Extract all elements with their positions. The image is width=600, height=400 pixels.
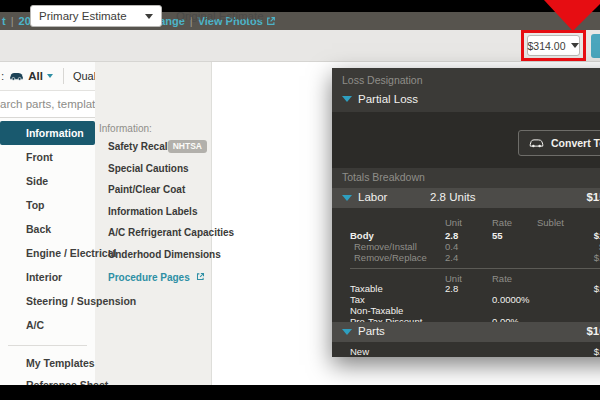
info-item-label: Paint/Clear Coat bbox=[108, 184, 185, 195]
car-icon bbox=[529, 138, 544, 148]
column-header-sublet: Sublet bbox=[537, 217, 564, 228]
sidebar-item-label: Interior bbox=[26, 271, 62, 283]
parts-title: Parts bbox=[358, 325, 385, 337]
totals-breakdown-title: Totals Breakdown bbox=[342, 171, 425, 183]
labor-table-header: Unit Rate Sublet bbox=[332, 217, 600, 228]
nhtsa-badge: NHTSA bbox=[168, 140, 207, 153]
table-row-new-parts: New $160.00 bbox=[332, 346, 600, 357]
sidebar-divider bbox=[8, 345, 87, 346]
info-item-information-labels[interactable]: Information Labels bbox=[95, 201, 212, 223]
table-row-remove-replace: Remove/Replace 2.4 $132.00 bbox=[332, 252, 600, 263]
loss-designation-title: Loss Designation bbox=[342, 74, 423, 86]
row-label: Remove/Install bbox=[354, 241, 417, 252]
labor-units: 2.8 Units bbox=[430, 191, 475, 203]
sidebar-item-information[interactable]: Information bbox=[0, 121, 95, 145]
collapse-triangle-icon bbox=[342, 329, 352, 335]
row-label: Remove/Replace bbox=[354, 252, 427, 263]
procedure-pages-label: Procedure Pages bbox=[108, 272, 190, 283]
chevron-down-icon bbox=[47, 74, 53, 78]
sidebar-item-label: Back bbox=[26, 223, 51, 235]
row-unit: 2.4 bbox=[445, 252, 458, 263]
external-link-icon bbox=[196, 272, 205, 281]
row-amount: $160.00 bbox=[594, 346, 600, 357]
column-header-unit: Unit bbox=[445, 217, 462, 228]
sidebar-item-interior[interactable]: Interior bbox=[0, 265, 95, 289]
bottom-border-bar bbox=[0, 385, 600, 400]
table-row-taxable: Taxable 2.8 $154.00 bbox=[332, 283, 600, 294]
row-unit: 2.8 bbox=[445, 283, 458, 294]
info-item-label: A/C Refrigerant Capacities bbox=[108, 227, 234, 238]
row-amount: $154.00 bbox=[594, 230, 600, 241]
info-item-label: Information Labels bbox=[108, 206, 197, 217]
info-item-special-cautions[interactable]: Special Cautions bbox=[95, 158, 212, 180]
vehicle-filter-dropdown[interactable]: All bbox=[28, 70, 53, 82]
sidebar-item-side[interactable]: Side bbox=[0, 169, 95, 193]
toolbar-action-button[interactable] bbox=[591, 34, 600, 58]
info-item-safety-recall[interactable]: Safety Recall NHTSA bbox=[95, 136, 212, 158]
table-row-remove-install: Remove/Install 0.4 $22.00 bbox=[332, 241, 600, 252]
sidebar-item-label: A/C bbox=[26, 319, 44, 331]
loss-designation-panel: Loss Designation Partial Loss Convert To… bbox=[332, 68, 600, 357]
table-row-body: Body 2.8 55 $154.00 bbox=[332, 230, 600, 241]
sidebar-item-steering-suspension[interactable]: Steering / Suspension bbox=[0, 289, 95, 313]
sidebar-item-label: Side bbox=[26, 175, 48, 187]
parts-total: $160.00 bbox=[586, 325, 600, 337]
row-label: Taxable bbox=[350, 283, 383, 294]
row-unit: 0.4 bbox=[445, 241, 458, 252]
info-item-label: Underhood Dimensions bbox=[108, 249, 221, 260]
row-rate: 0.0000% bbox=[492, 294, 530, 305]
table-row-tax: Tax 0.0000% $0.00 bbox=[332, 294, 600, 305]
convert-to-total-loss-button[interactable]: Convert To Total Loss bbox=[518, 130, 600, 156]
partial-loss-toggle[interactable]: Partial Loss bbox=[342, 93, 418, 105]
convert-button-label: Convert To Total Loss bbox=[551, 137, 600, 149]
sidebar-item-label: Front bbox=[26, 151, 53, 163]
row-label: Tax bbox=[350, 294, 365, 305]
sidebar-item-label: Top bbox=[26, 199, 44, 211]
external-link-icon bbox=[266, 16, 276, 26]
section-sidebar: Information Front Side Top Back Engine /… bbox=[0, 118, 95, 385]
estimate-selector-value: Primary Estimate bbox=[39, 10, 127, 22]
estimate-selector-dropdown[interactable]: Primary Estimate bbox=[30, 5, 162, 27]
sidebar-item-engine-electrical[interactable]: Engine / Electrical bbox=[0, 241, 95, 265]
row-label: Body bbox=[350, 230, 374, 241]
sidebar-item-label: Steering / Suspension bbox=[26, 295, 136, 307]
sidebar-item-back[interactable]: Back bbox=[0, 217, 95, 241]
labor-section-toggle[interactable]: Labor 2.8 Units $154.00 bbox=[332, 188, 600, 208]
estimate-title: Original Estimate bbox=[176, 10, 264, 22]
chevron-down-icon bbox=[145, 14, 153, 19]
estimate-total-dropdown[interactable]: $314.00 bbox=[527, 35, 580, 56]
info-item-list: Safety Recall NHTSA Special Cautions Pai… bbox=[95, 136, 212, 289]
parts-section-toggle[interactable]: Parts $160.00 bbox=[332, 322, 600, 342]
vehicle-filter-value: All bbox=[28, 70, 43, 82]
sidebar-item-ac[interactable]: A/C bbox=[0, 313, 95, 337]
vertical-divider bbox=[63, 68, 64, 84]
row-label: New bbox=[350, 346, 369, 357]
collapse-triangle-icon bbox=[342, 96, 352, 102]
labor-title: Labor bbox=[358, 191, 387, 203]
sidebar-item-label: Information bbox=[26, 127, 84, 139]
row-rate: 55 bbox=[492, 230, 503, 241]
estimate-total-value: $314.00 bbox=[528, 40, 566, 52]
column-header-rate: Rate bbox=[492, 217, 512, 228]
info-item-paint-clear-coat[interactable]: Paint/Clear Coat bbox=[95, 179, 212, 201]
row-label: Non-Taxable bbox=[350, 305, 403, 316]
nav-prefix-text: t bbox=[2, 15, 6, 27]
estimating-app-window: t | 2022 Tesla Model Y Long Range | View… bbox=[0, 0, 600, 400]
loss-panel-header: Loss Designation Partial Loss bbox=[332, 68, 600, 112]
sidebar-item-my-templates[interactable]: My Templates bbox=[0, 352, 95, 374]
sidebar-item-top[interactable]: Top bbox=[0, 193, 95, 217]
row-unit: 2.8 bbox=[445, 230, 458, 241]
info-panel-header: Information: bbox=[99, 123, 152, 134]
info-item-label: Safety Recall bbox=[108, 141, 170, 152]
car-icon bbox=[9, 71, 24, 81]
chevron-down-icon bbox=[571, 43, 579, 48]
filter-prefix-text: : bbox=[1, 70, 4, 82]
collapse-triangle-icon bbox=[342, 195, 352, 201]
sidebar-item-label: Engine / Electrical bbox=[26, 247, 116, 259]
row-amount: $154.00 bbox=[594, 283, 600, 294]
table-row-non-taxable: Non-Taxable $0.00 bbox=[332, 305, 600, 316]
table-divider bbox=[350, 268, 600, 269]
loss-actions-section: Convert To Total Loss bbox=[332, 112, 600, 168]
sidebar-item-front[interactable]: Front bbox=[0, 145, 95, 169]
procedure-pages-link[interactable]: Procedure Pages bbox=[95, 267, 212, 289]
